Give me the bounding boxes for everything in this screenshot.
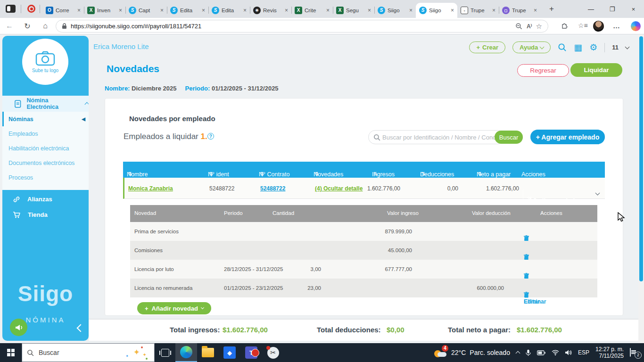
close-button[interactable]: × xyxy=(623,0,644,18)
url-field[interactable]: https://siigonube.siigo.com/#/payroll/18… xyxy=(56,20,548,33)
copilot-icon[interactable] xyxy=(631,21,641,31)
agregar-empleado-button[interactable]: + Agregar empleado xyxy=(530,130,605,144)
ayuda-button[interactable]: Ayuda xyxy=(512,41,551,53)
sidebar-item-procesos[interactable]: Procesos xyxy=(2,170,89,185)
sort-icon[interactable]: ⇅ xyxy=(478,171,482,176)
sidebar-item-tienda[interactable]: Tienda xyxy=(2,207,89,222)
browser-tab[interactable]: Edita× xyxy=(167,3,208,18)
sort-icon[interactable]: ⇅ xyxy=(373,171,377,176)
buscar-button[interactable]: Buscar xyxy=(495,131,523,144)
browser-tab[interactable]: Segu× xyxy=(333,3,374,18)
split-dropdown-button[interactable] xyxy=(523,189,535,202)
sort-icon[interactable]: ⇅ xyxy=(260,171,264,176)
sidebar-item-nominas[interactable]: Nóminas◀ xyxy=(2,112,89,126)
start-button[interactable] xyxy=(0,343,22,362)
taskbar-edge-button[interactable] xyxy=(175,343,197,362)
home-icon[interactable]: ⌂ xyxy=(41,22,50,30)
restore-button[interactable]: ❐ xyxy=(602,0,623,18)
tab-close-icon[interactable]: × xyxy=(492,8,495,13)
browser-tab[interactable]: Inven× xyxy=(84,3,125,18)
sidebar-item-habilitacion[interactable]: Habilitación electrónica xyxy=(2,141,89,156)
tab-close-icon[interactable]: × xyxy=(119,8,122,13)
favorite-star-icon[interactable]: ☆ xyxy=(536,22,542,31)
tab-close-icon[interactable]: × xyxy=(451,8,454,13)
help-icon[interactable]: ? xyxy=(207,133,214,140)
tab-close-icon[interactable]: × xyxy=(368,8,371,13)
sidebar-item-empleados[interactable]: Empleados xyxy=(2,126,89,141)
extensions-icon[interactable] xyxy=(561,22,569,31)
taskbar-search[interactable]: ✦✦✦ xyxy=(22,343,155,362)
browser-tab[interactable]: Edita× xyxy=(208,3,250,18)
taskbar-weather[interactable]: 4 22°C Parc. soleado xyxy=(433,346,510,359)
back-icon[interactable]: ← xyxy=(5,22,14,30)
sidebar-item-alianzas[interactable]: Alianzas xyxy=(2,191,89,207)
profile-avatar[interactable] xyxy=(593,21,604,32)
browser-tab[interactable]: Capt× xyxy=(125,3,167,18)
browser-tab[interactable]: Revis× xyxy=(250,3,291,18)
calendar-icon[interactable]: ▦ xyxy=(574,42,582,53)
tab-close-icon[interactable]: × xyxy=(243,8,247,13)
sidebar-section-nomina-electronica[interactable]: Nómina Electrónica xyxy=(2,96,89,112)
taskbar-teams-button[interactable]: T xyxy=(240,343,262,362)
sort-icon[interactable]: ⇅ xyxy=(315,171,319,176)
scrollbar-thumb[interactable] xyxy=(639,36,643,281)
browser-tab[interactable]: Crite× xyxy=(291,3,333,18)
sort-icon[interactable]: ⇅ xyxy=(421,171,425,176)
sort-icon[interactable]: ⇅ xyxy=(128,171,132,176)
tab-close-icon[interactable]: × xyxy=(534,8,537,13)
speaker-icon[interactable] xyxy=(565,350,572,355)
tab-close-icon[interactable]: × xyxy=(202,8,205,13)
wifi-icon[interactable] xyxy=(552,350,559,355)
taskbar-search-input[interactable] xyxy=(39,349,109,356)
siigo-favicon xyxy=(212,7,219,14)
taskbar-explorer-button[interactable] xyxy=(197,343,219,362)
tab-close-icon[interactable]: × xyxy=(160,8,164,13)
taskbar-snipping-button[interactable]: ✂ xyxy=(262,343,284,362)
taskbar-devops-button[interactable]: ◆ xyxy=(219,343,240,362)
minimize-button[interactable]: — xyxy=(580,0,602,18)
sidebar-collapse-icon[interactable] xyxy=(77,324,85,332)
page-scrollbar[interactable] xyxy=(638,34,644,343)
settings-more-icon[interactable]: … xyxy=(613,22,620,30)
record-icon[interactable] xyxy=(27,5,35,13)
tab-close-icon[interactable]: × xyxy=(409,8,413,13)
tab-close-icon[interactable]: × xyxy=(77,8,81,13)
employee-name-link[interactable]: Monica Zanabria xyxy=(128,185,173,192)
employee-search-input[interactable] xyxy=(382,134,500,141)
sidebar-item-documentos[interactable]: Documentos electrónicos xyxy=(2,156,89,170)
tab-close-icon[interactable]: × xyxy=(285,8,288,13)
language-indicator[interactable]: ESP xyxy=(578,349,589,356)
gear-icon[interactable]: ⚙ xyxy=(589,42,597,53)
browser-tab[interactable]: Trupe× xyxy=(457,3,499,18)
contract-link[interactable]: 52488722 xyxy=(260,185,285,192)
workspaces-icon[interactable] xyxy=(6,5,16,13)
microphone-icon[interactable] xyxy=(526,349,531,356)
browser-tab-active[interactable]: Siigo× xyxy=(416,3,457,18)
zoom-out-icon[interactable] xyxy=(515,23,523,30)
crear-button[interactable]: +Crear xyxy=(469,41,505,53)
anadir-novedad-button[interactable]: + Añadir novedad xyxy=(137,302,211,314)
browser-tab[interactable]: Corre× xyxy=(42,3,84,18)
liquidar-button[interactable]: Liquidar xyxy=(570,63,622,77)
chevron-down-icon[interactable] xyxy=(625,44,630,49)
eliminar-link[interactable]: Eliminar xyxy=(524,292,529,298)
search-icon[interactable] xyxy=(558,43,567,52)
sort-icon[interactable]: ⇅ xyxy=(209,171,213,176)
taskbar-clock[interactable]: 12:27 p. m. 7/11/2025 xyxy=(595,346,624,359)
tray-expand-icon[interactable] xyxy=(516,350,520,355)
regresar-button[interactable]: Regresar xyxy=(517,64,569,77)
battery-icon[interactable] xyxy=(537,350,545,355)
task-view-button[interactable] xyxy=(155,343,175,362)
browser-tab[interactable]: Siigo× xyxy=(374,3,416,18)
announcements-button[interactable] xyxy=(10,319,27,336)
user-badge[interactable]: 11 xyxy=(612,44,619,51)
browser-tab[interactable]: Trupe× xyxy=(499,3,540,18)
notification-center-button[interactable]: 2 xyxy=(630,348,639,357)
new-tab-button[interactable]: + xyxy=(546,4,557,15)
collections-icon[interactable]: ☆≡ xyxy=(578,22,588,29)
upload-logo-button[interactable]: Sube tu logo xyxy=(22,39,68,85)
upload-logo-label: Sube tu logo xyxy=(32,68,58,73)
read-aloud-icon[interactable]: A⁾ xyxy=(527,23,532,30)
tab-close-icon[interactable]: × xyxy=(326,8,330,13)
reload-icon[interactable]: ↻ xyxy=(23,22,32,31)
